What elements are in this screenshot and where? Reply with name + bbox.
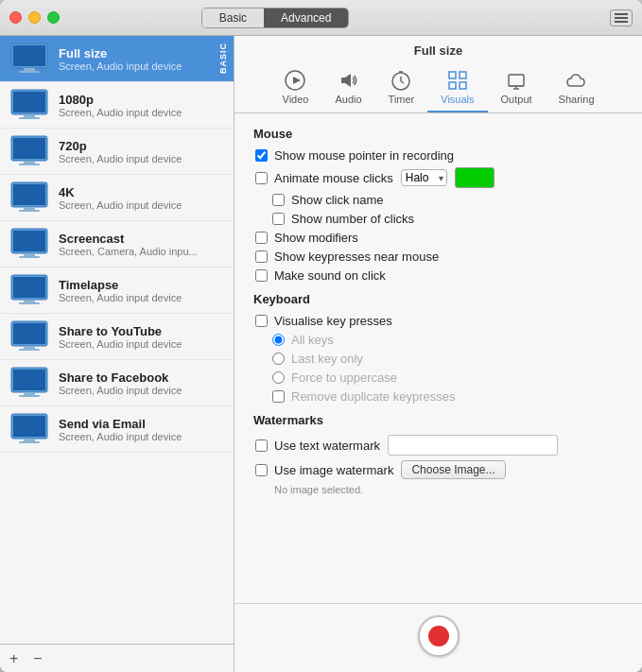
toolbar-audio[interactable]: Audio [321,65,374,112]
720p-text: 720p Screen, Audio input device [59,139,224,164]
email-title: Send via Email [59,417,224,431]
toolbar-video[interactable]: Video [269,65,322,112]
screencast-text: Screencast Screen, Camera, Audio inpu... [59,232,224,257]
sidebar-item-4k[interactable]: 4K Screen, Audio input device [0,175,234,221]
all-keys-radio[interactable] [272,334,285,346]
choose-image-button[interactable]: Choose Image... [401,460,505,479]
maximize-button[interactable] [47,11,60,24]
monitor-icon [9,181,49,215]
email-text: Send via Email Screen, Audio input devic… [59,417,224,442]
sidebar-item-timelapse[interactable]: Timelapse Screen, Audio input device [0,267,234,314]
add-preset-button[interactable]: + [9,651,18,666]
clock-icon [390,69,412,92]
sidebar-item-email[interactable]: Send via Email Screen, Audio input devic… [0,406,234,453]
sidebar-item-facebook[interactable]: Share to Facebook Screen, Audio input de… [0,360,234,406]
animate-clicks-checkbox[interactable] [255,172,268,184]
svg-rect-2 [615,21,628,23]
4k-sub: Screen, Audio input device [59,199,224,211]
show-modifiers-row: Show modifiers [253,231,623,245]
svg-rect-0 [615,13,628,15]
svg-rect-4 [13,45,45,66]
show-keypresses-checkbox[interactable] [255,250,268,263]
svg-rect-26 [19,302,40,304]
show-pointer-checkbox[interactable] [255,149,268,162]
svg-rect-22 [19,256,40,258]
monitor-icon [9,366,49,400]
show-modifiers-label: Show modifiers [274,231,358,245]
svg-rect-1 [615,17,628,19]
watermarks-section-title: Watermarks [253,413,623,427]
svg-rect-28 [13,323,45,344]
mouse-section-title: Mouse [253,127,623,141]
720p-title: 720p [59,139,224,153]
remove-dupes-checkbox[interactable] [272,390,285,403]
main-window: Basic Advanced [0,0,642,672]
sidebar-item-screencast[interactable]: Screencast Screen, Camera, Audio inpu... [0,221,234,267]
color-swatch[interactable] [455,167,495,188]
all-keys-row: All keys [253,333,623,347]
titlebar: Basic Advanced [0,0,642,36]
force-uppercase-radio[interactable] [272,371,285,384]
play-icon [284,69,306,92]
last-key-radio[interactable] [272,353,285,365]
show-keypresses-row: Show keypresses near mouse [253,250,623,264]
timelapse-sub: Screen, Audio input device [59,292,224,303]
visualise-keypresses-label: Visualise key presses [274,314,392,328]
speaker-icon [338,69,360,92]
monitor-icon [9,412,49,446]
use-image-watermark-checkbox[interactable] [255,464,268,476]
sidebar-item-720p[interactable]: 720p Screen, Audio input device [0,129,234,175]
use-text-watermark-row: Use text watermark [253,435,623,456]
youtube-title: Share to YouTube [59,324,224,338]
1080p-title: 1080p [59,93,224,107]
facebook-sub: Screen, Audio input device [59,385,224,396]
expand-button[interactable] [610,9,633,26]
record-area [234,603,642,672]
cloud-icon [565,69,588,92]
monitor-icon [9,88,49,122]
sidebar-item-fullsize[interactable]: Full size Screen, Audio input device BAS… [0,36,234,82]
toolbar-timer[interactable]: Timer [375,65,428,112]
show-pointer-row: Show mouse pointer in recording [253,148,623,163]
toolbar-visuals[interactable]: Visuals [427,65,487,112]
use-text-watermark-checkbox[interactable] [255,439,268,452]
sidebar-item-1080p[interactable]: 1080p Screen, Audio input device [0,82,234,129]
tab-advanced[interactable]: Advanced [264,9,348,27]
svg-rect-29 [24,346,35,349]
record-button[interactable] [418,615,460,657]
facebook-text: Share to Facebook Screen, Audio input de… [59,370,224,396]
svg-rect-17 [24,207,35,210]
screencast-title: Screencast [59,232,224,246]
sidebar-item-youtube[interactable]: Share to YouTube Screen, Audio input dev… [0,314,234,360]
tab-basic[interactable]: Basic [202,9,264,27]
visualise-keypresses-checkbox[interactable] [255,315,268,327]
minimize-button[interactable] [28,11,41,24]
monitor-icon [9,134,49,168]
svg-rect-36 [13,416,45,437]
visuals-icon [446,69,469,92]
svg-rect-38 [19,441,40,443]
screencast-sub: Screen, Camera, Audio inpu... [59,246,224,257]
show-num-clicks-checkbox[interactable] [272,213,285,225]
close-button[interactable] [9,11,22,24]
svg-rect-49 [449,82,456,89]
mode-tabs: Basic Advanced [201,8,350,28]
basic-badge: BASIC [213,36,234,81]
toolbar-output[interactable]: Output [488,65,546,112]
svg-rect-18 [19,210,40,212]
svg-rect-25 [24,300,35,302]
sidebar: Full size Screen, Audio input device BAS… [0,36,234,672]
no-image-text: No image selected. [253,484,623,495]
remove-preset-button[interactable]: − [33,651,42,666]
last-key-row: Last key only [253,352,623,366]
text-watermark-input[interactable] [388,435,558,456]
svg-rect-30 [19,349,40,351]
use-text-watermark-label: Use text watermark [274,439,380,453]
timelapse-text: Timelapse Screen, Audio input device [59,278,224,303]
show-modifiers-checkbox[interactable] [255,232,268,244]
show-click-name-checkbox[interactable] [272,194,285,206]
toolbar-sharing[interactable]: Sharing [546,65,608,112]
svg-rect-12 [13,138,45,159]
halo-select[interactable]: Halo [401,169,447,186]
make-sound-checkbox[interactable] [255,269,268,282]
